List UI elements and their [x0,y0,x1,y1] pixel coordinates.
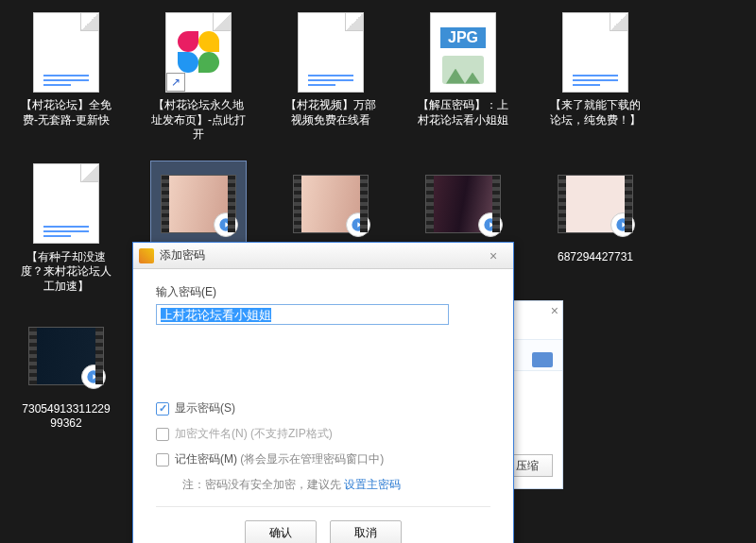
file-label: 【来了就能下载的论坛，纯免费！】 [548,98,643,127]
play-icon [478,212,503,237]
encrypt-filename-row: 加密文件名(N) (不支持ZIP格式) [156,426,490,442]
close-icon[interactable]: × [551,303,558,318]
show-password-label: 显示密码(S) [175,400,235,416]
shortcut-icon: ↗ [161,9,236,94]
file-item[interactable]: 7305491331122999362 [19,314,113,432]
close-button[interactable]: × [479,247,507,264]
document-icon [293,9,369,94]
file-item[interactable]: ↗【村花论坛永久地址发布页】-点此打开 [151,9,246,143]
play-icon [346,212,370,237]
document-icon [28,161,104,246]
set-master-password-link[interactable]: 设置主密码 [344,478,401,491]
video-thumbnail [558,161,633,246]
add-password-dialog: 添加密码 × 输入密码(E) 上村花论坛看小姐姐 显示密码(S) 加密文件名(N… [132,242,514,543]
file-item[interactable]: 【来了就能下载的论坛，纯免费！】 [548,9,643,143]
dialog-titlebar: 添加密码 × [133,243,513,269]
password-input[interactable]: 上村花论坛看小姐姐 [156,304,449,325]
file-label: 【有种子却没速度？来村花论坛人工加速】 [19,250,113,295]
dialog-body: 输入密码(E) 上村花论坛看小姐姐 显示密码(S) 加密文件名(N) (不支持Z… [133,269,513,543]
encrypt-filename-hint: (不支持ZIP格式) [250,426,333,442]
file-label: 【村花论坛】全免费-无套路-更新快 [19,98,113,127]
encrypt-filename-label: 加密文件名(N) [175,426,248,442]
file-item[interactable]: 687294427731 [548,161,643,295]
file-label: 【村花视频】万部视频免费在线看 [284,98,378,127]
video-thumbnail [28,314,104,399]
document-icon [28,9,104,94]
file-label: 【村花论坛永久地址发布页】-点此打开 [151,98,246,143]
play-icon [610,212,635,237]
video-thumbnail [425,161,501,246]
file-item[interactable]: 【有种子却没速度？来村花论坛人工加速】 [19,161,113,295]
password-input-label: 输入密码(E) [156,284,490,300]
file-label: 687294427731 [558,250,633,265]
encrypt-filename-checkbox [156,428,169,441]
play-icon [81,365,106,389]
file-label: 7305491331122999362 [19,402,113,432]
video-thumbnail [161,161,236,246]
file-item[interactable]: 【村花视频】万部视频免费在线看 [284,9,378,143]
dialog-title-text: 添加密码 [160,247,479,263]
remember-password-checkbox[interactable] [156,453,169,467]
folder-icon[interactable] [532,352,553,367]
remember-password-row[interactable]: 记住密码(M) (将会显示在管理密码窗口中) [156,451,490,467]
dialog-buttons: 确认 取消 [156,506,490,543]
file-item[interactable]: 【村花论坛】全免费-无套路-更新快 [19,9,113,143]
remember-password-hint: (将会显示在管理密码窗口中) [240,451,384,467]
cancel-button[interactable]: 取消 [330,520,402,543]
document-icon [558,9,633,94]
show-password-row[interactable]: 显示密码(S) [156,400,490,416]
video-thumbnail [293,161,369,246]
play-icon [214,212,238,237]
ok-button[interactable]: 确认 [245,520,317,543]
file-item[interactable]: JPG【解压密码】：上村花论坛看小姐姐 [416,9,510,143]
show-password-checkbox[interactable] [156,402,169,416]
app-icon [139,248,154,263]
file-label: 【解压密码】：上村花论坛看小姐姐 [416,98,510,127]
password-input-value: 上村花论坛看小姐姐 [161,308,271,322]
remember-password-label: 记住密码(M) [175,451,237,467]
jpg-icon: JPG [425,9,501,94]
security-note: 注：密码没有安全加密，建议先 设置主密码 [182,477,490,493]
